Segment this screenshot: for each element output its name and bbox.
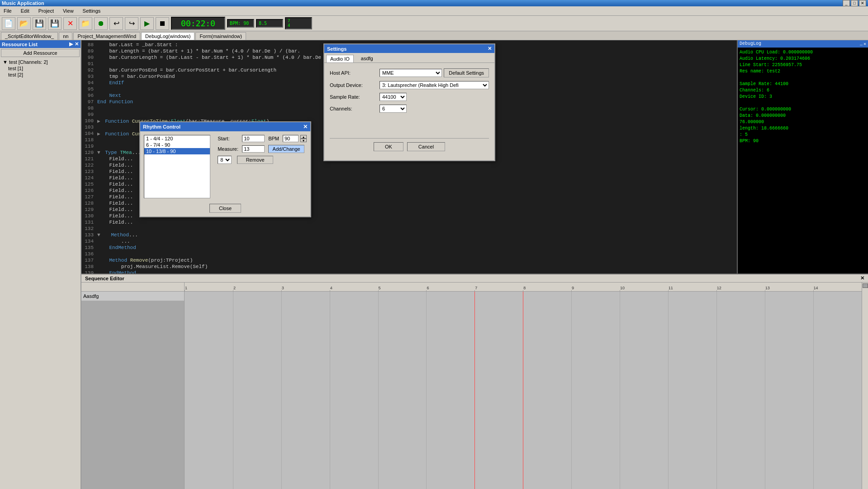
settings-close-button[interactable]: ✕ xyxy=(488,46,492,52)
record-button[interactable]: ⏺ xyxy=(94,17,108,30)
tab-3[interactable]: DebugLog(windows) xyxy=(141,32,194,40)
rhythm-list[interactable]: 1 - 4/4 - 120 6 - 7/4 - 90 10 - 13/8 - 9… xyxy=(144,135,210,198)
menu-bar: File Edit Project View Settings xyxy=(0,6,868,16)
debug-line-11: 76.000000 xyxy=(740,119,866,125)
ruler-2: 2 xyxy=(233,290,236,291)
tab-0[interactable]: _ScriptEditorWindow_ xyxy=(1,32,58,40)
debug-line-1: Audio Latency: 0.203174606 xyxy=(740,56,866,62)
rhythm-item-1[interactable]: 6 - 7/4 - 90 xyxy=(144,142,210,148)
seq-close-button[interactable]: ✕ xyxy=(860,275,864,281)
debug-line-10: Data: 0.000000000 xyxy=(740,113,866,119)
spin-up[interactable]: ▲ xyxy=(300,135,307,139)
redo-button[interactable]: ↪ xyxy=(125,17,138,30)
audio-io-id: asdfg xyxy=(358,55,376,62)
tab-2[interactable]: Project_ManagementWind xyxy=(73,32,140,40)
tree-expand-icon: ▼ xyxy=(3,59,9,65)
default-settings-button[interactable]: Default Settings xyxy=(444,68,489,77)
rhythm-item-2[interactable]: 10 - 13/8 - 90 xyxy=(144,148,210,154)
grid-9 xyxy=(571,292,572,489)
menu-file[interactable]: File xyxy=(2,7,14,14)
debug-line-6: Channels: 6 xyxy=(740,87,866,94)
tree-root[interactable]: ▼ test [Channels: 2] xyxy=(1,59,80,65)
open-button[interactable]: 📂 xyxy=(17,17,31,30)
panel-close-button[interactable]: ✕ xyxy=(75,41,79,47)
start-label: Start: xyxy=(218,136,240,141)
track-header xyxy=(81,283,184,292)
host-api-label: Host API: xyxy=(330,70,379,76)
tab-bar: _ScriptEditorWindow_ nn Project_Manageme… xyxy=(0,31,868,40)
tab-4[interactable]: Form(mainwindow) xyxy=(195,32,246,40)
settings-tab-audio[interactable]: Audio IO xyxy=(326,55,354,62)
bpm-input[interactable] xyxy=(283,135,299,142)
ruler-6: 6 xyxy=(426,290,429,291)
settings-cancel-button[interactable]: Cancel xyxy=(407,142,445,151)
toolbar: 📄 📂 💾 💾 ✕ 📁 ⏺ ↩ ↪ ▶ ⏹ 00:22:0 BPM: 90 8.… xyxy=(0,16,868,31)
debug-line-4 xyxy=(740,75,866,81)
rhythm-select-row: 8 Remove xyxy=(218,156,307,164)
start-input[interactable] xyxy=(242,135,265,142)
ruler-14: 14 xyxy=(813,290,818,291)
grid-14 xyxy=(813,292,814,489)
settings-spacer xyxy=(330,116,489,134)
grid-5 xyxy=(378,292,379,489)
debug-panel: DebugLog _ ✕ Audio CPU Load: 0.000000000… xyxy=(737,40,868,273)
debug-close[interactable]: ✕ xyxy=(863,41,866,47)
output-device-label: Output Device: xyxy=(330,82,379,88)
code-line: 139 EndMethod xyxy=(81,270,737,273)
sample-rate-select[interactable]: 44100 48000 96000 xyxy=(379,93,407,101)
v-scrollbar-thumb[interactable] xyxy=(863,283,868,288)
settings-footer: OK Cancel xyxy=(330,138,489,155)
import-button[interactable]: 📁 xyxy=(79,17,92,30)
menu-settings[interactable]: Settings xyxy=(81,7,103,14)
menu-view[interactable]: View xyxy=(61,7,76,14)
panel-expand-button[interactable]: ▶ xyxy=(69,41,73,47)
timer-display: 00:22:0 xyxy=(171,17,225,30)
add-resource-button[interactable]: Add Ressource xyxy=(1,49,80,57)
menu-edit[interactable]: Edit xyxy=(19,7,31,14)
rhythm-select[interactable]: 8 xyxy=(218,156,232,164)
undo-button[interactable]: ↩ xyxy=(109,17,123,30)
code-line: 137 Method Remove(proj:TProject) xyxy=(81,258,737,264)
rhythm-dialog-footer: Close xyxy=(140,202,310,216)
stop-button[interactable]: ⏹ xyxy=(156,17,169,30)
v-scrollbar[interactable] xyxy=(862,283,868,489)
timeline-tracks[interactable] xyxy=(185,292,862,489)
remove-button[interactable]: Remove xyxy=(237,156,273,164)
debug-minimize[interactable]: _ xyxy=(860,41,863,47)
play-button[interactable]: ▶ xyxy=(140,17,154,30)
debug-line-5: Sample Rate: 44100 xyxy=(740,81,866,87)
output-device-select[interactable]: 3: Lautsprecher (Realtek High Defi xyxy=(379,81,489,89)
rhythm-item-0[interactable]: 1 - 4/4 - 120 xyxy=(144,135,210,142)
playhead-2 xyxy=(523,292,523,489)
rhythm-close-button[interactable]: ✕ xyxy=(303,124,308,130)
save-as-button[interactable]: 💾 xyxy=(48,17,62,30)
add-change-button[interactable]: Add/Change xyxy=(268,145,304,153)
channels-select[interactable]: 6 2 4 8 xyxy=(379,105,407,113)
debug-line-8 xyxy=(740,100,866,106)
tree-child-1[interactable]: test [2] xyxy=(1,72,80,78)
tree-child-0[interactable]: test [1] xyxy=(1,65,80,72)
maximize-button[interactable]: □ xyxy=(851,0,858,6)
close-button[interactable]: Close xyxy=(209,204,241,213)
rhythm-dialog: Rhythm Control ✕ 1 - 4/4 - 120 6 - 7/4 -… xyxy=(139,121,311,217)
settings-ok-button[interactable]: OK xyxy=(374,142,403,151)
timeline-area: 1 2 3 4 5 6 7 8 9 10 11 xyxy=(185,283,862,489)
close-button[interactable]: ✕ xyxy=(859,0,866,6)
code-line: 135 EndMethod xyxy=(81,245,737,251)
new-button[interactable]: 📄 xyxy=(2,17,15,30)
measure-input[interactable] xyxy=(242,145,265,153)
save-button[interactable]: 💾 xyxy=(33,17,46,30)
grid-4 xyxy=(330,292,330,489)
minimize-button[interactable]: _ xyxy=(843,0,850,6)
beats-info: 8.5 xyxy=(256,19,283,28)
rhythm-title-label: Rhythm Control xyxy=(143,124,180,129)
grid-6 xyxy=(426,292,427,489)
menu-project[interactable]: Project xyxy=(37,7,56,14)
fraction-info: 7 4 xyxy=(285,17,312,30)
close-proj-button[interactable]: ✕ xyxy=(63,17,77,30)
spin-down[interactable]: ▼ xyxy=(300,139,307,142)
tab-1[interactable]: nn xyxy=(59,32,72,40)
code-line: 133▼ Method... xyxy=(81,232,737,239)
bpm-info: BPM: 90 xyxy=(227,19,254,28)
host-api-select[interactable]: MME DirectSound WASAPI ASIO xyxy=(379,69,442,77)
